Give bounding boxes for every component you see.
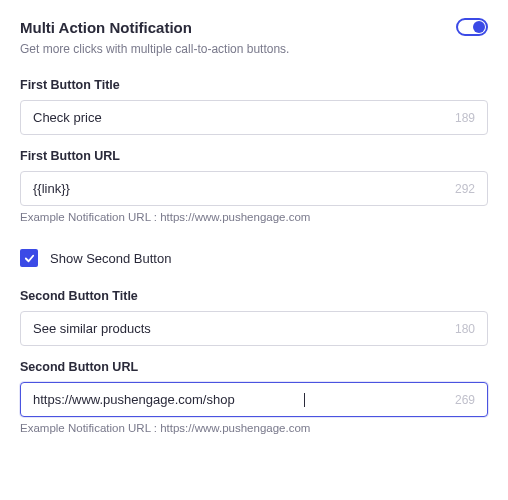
section-subtitle: Get more clicks with multiple call-to-ac… (20, 42, 488, 56)
first-button-url-label: First Button URL (20, 149, 488, 163)
first-button-url-input[interactable] (33, 181, 447, 196)
second-button-title-counter: 180 (455, 322, 475, 336)
show-second-label: Show Second Button (50, 251, 171, 266)
first-button-url-helper: Example Notification URL : https://www.p… (20, 211, 488, 223)
text-caret (304, 393, 305, 407)
first-button-title-counter: 189 (455, 111, 475, 125)
second-button-url-label: Second Button URL (20, 360, 488, 374)
second-button-title-input[interactable] (33, 321, 447, 336)
first-button-url-counter: 292 (455, 182, 475, 196)
show-second-checkbox[interactable] (20, 249, 38, 267)
second-button-url-helper: Example Notification URL : https://www.p… (20, 422, 488, 434)
first-button-url-row: 292 (20, 171, 488, 206)
toggle-knob (473, 21, 485, 33)
second-button-url-row: 269 (20, 382, 488, 417)
second-button-title-row: 180 (20, 311, 488, 346)
first-button-title-input[interactable] (33, 110, 447, 125)
second-button-url-input[interactable] (33, 392, 305, 407)
multi-action-toggle[interactable] (456, 18, 488, 36)
second-button-title-label: Second Button Title (20, 289, 488, 303)
section-title: Multi Action Notification (20, 19, 192, 36)
first-button-title-label: First Button Title (20, 78, 488, 92)
second-button-url-counter: 269 (455, 393, 475, 407)
check-icon (24, 253, 35, 264)
first-button-title-row: 189 (20, 100, 488, 135)
